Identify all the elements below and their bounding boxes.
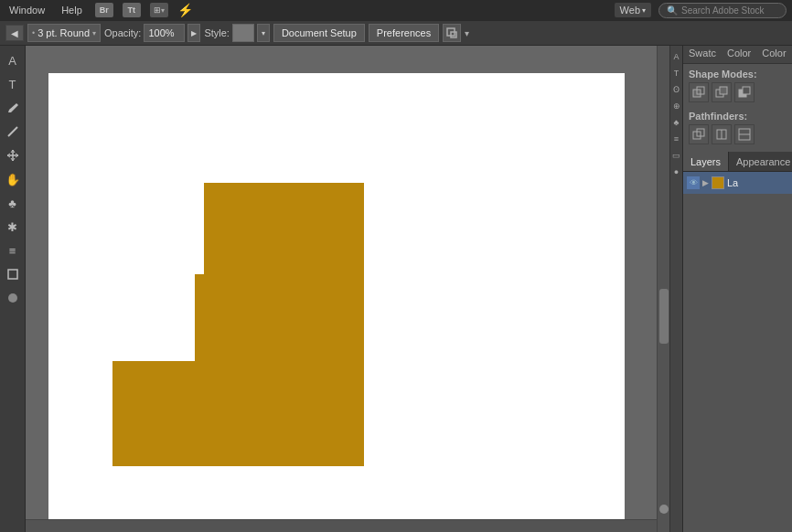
appearance-tab[interactable]: Appearance bbox=[729, 152, 792, 171]
layers-tabs: Layers Appearance bbox=[683, 152, 792, 172]
tool-pencil[interactable] bbox=[2, 97, 24, 119]
layers-tab[interactable]: Layers bbox=[683, 152, 729, 171]
tool-brush[interactable] bbox=[2, 121, 24, 143]
layer-row[interactable]: 👁 ▶ La bbox=[683, 172, 792, 194]
search-placeholder: Search Adobe Stock bbox=[681, 5, 765, 16]
tool-move[interactable] bbox=[2, 144, 24, 166]
canvas-wrapper bbox=[26, 46, 657, 532]
left-tools-panel: A T ✋ ♣ ✱ ≡ bbox=[0, 46, 26, 532]
shape-modes-row bbox=[683, 82, 792, 106]
rt-btn-3[interactable]: ʘ bbox=[671, 84, 682, 95]
opacity-value[interactable]: 100% bbox=[144, 24, 185, 42]
tool-align[interactable]: ≡ bbox=[2, 239, 24, 261]
rt-btn-5[interactable]: ♣ bbox=[671, 117, 682, 128]
tool-rect[interactable] bbox=[2, 263, 24, 285]
pathfinder-btn-1[interactable] bbox=[689, 124, 709, 144]
opacity-group: Opacity: 100% ▶ bbox=[104, 24, 200, 42]
tool-prev-btn[interactable]: ◀ bbox=[5, 25, 24, 41]
search-icon: 🔍 bbox=[667, 5, 678, 16]
sub-tab-swatches[interactable]: Swatc bbox=[683, 46, 722, 63]
staircase-shape bbox=[112, 183, 369, 466]
tool-type[interactable]: T bbox=[2, 73, 24, 95]
right-tools-bar: A T ʘ ⊕ ♣ ≡ ▭ ● bbox=[669, 46, 682, 532]
canvas-document[interactable] bbox=[48, 73, 625, 519]
search-box[interactable]: 🔍 Search Adobe Stock bbox=[658, 3, 787, 18]
layer-color-swatch bbox=[712, 176, 724, 189]
menu-bar: Window Help Br Tt ⊞ ▾ ⚡ Web ▾ 🔍 Search A… bbox=[0, 0, 792, 20]
svg-rect-6 bbox=[112, 361, 364, 466]
bridge-icon[interactable]: Br bbox=[95, 3, 113, 17]
style-arrow[interactable]: ▾ bbox=[257, 24, 270, 42]
pathfinder-btn-3[interactable] bbox=[734, 124, 755, 144]
svg-rect-1 bbox=[451, 32, 456, 37]
right-panel-inner: Swatc Color Color Shape Modes: bbox=[683, 46, 792, 532]
svg-rect-10 bbox=[720, 87, 727, 94]
layer-visibility-icon[interactable]: 👁 bbox=[687, 176, 700, 189]
opacity-label: Opacity: bbox=[104, 27, 141, 38]
shape-btn-2[interactable] bbox=[712, 82, 732, 102]
menu-window[interactable]: Window bbox=[5, 3, 48, 17]
stroke-selector[interactable]: • 3 pt. Round ▾ bbox=[27, 24, 101, 42]
svg-rect-12 bbox=[743, 87, 750, 94]
pathfinders-label: Pathfinders: bbox=[683, 106, 792, 124]
extras-icon[interactable]: ⚡ bbox=[177, 3, 193, 17]
menu-bar-right: Web ▾ 🔍 Search Adobe Stock bbox=[615, 3, 787, 18]
preferences-button[interactable]: Preferences bbox=[369, 24, 439, 42]
transform-icon-btn[interactable] bbox=[443, 24, 461, 42]
vertical-scrollbar[interactable] bbox=[657, 46, 669, 532]
pathfinder-btn-2[interactable] bbox=[712, 124, 732, 144]
canvas-container[interactable] bbox=[26, 46, 657, 519]
rt-btn-6[interactable]: ≡ bbox=[671, 133, 682, 144]
transform-extra-arrow[interactable]: ▾ bbox=[465, 28, 469, 38]
tool-shape[interactable]: ♣ bbox=[2, 192, 24, 214]
menu-help[interactable]: Help bbox=[58, 3, 86, 17]
canvas-header-gray bbox=[26, 46, 657, 69]
opacity-arrow[interactable]: ▶ bbox=[187, 24, 200, 42]
tool-star[interactable]: ✱ bbox=[2, 216, 24, 238]
shape-modes-label: Shape Modes: bbox=[683, 64, 792, 82]
shape-btn-3[interactable] bbox=[734, 82, 755, 102]
style-group: Style: ▾ bbox=[204, 24, 270, 42]
sub-tabs: Swatc Color Color bbox=[683, 46, 792, 64]
shape-btn-1[interactable] bbox=[689, 82, 709, 102]
main-area: A T ✋ ♣ ✱ ≡ bbox=[0, 46, 792, 532]
rt-btn-2[interactable]: T bbox=[671, 68, 682, 79]
layout-icon[interactable]: ⊞ ▾ bbox=[150, 3, 168, 17]
rt-btn-7[interactable]: ▭ bbox=[671, 150, 682, 161]
scrollbar-thumb[interactable] bbox=[659, 289, 669, 344]
scroll-button[interactable] bbox=[659, 505, 669, 514]
doc-setup-button[interactable]: Document Setup bbox=[273, 24, 365, 42]
tool-hand[interactable]: ✋ bbox=[2, 168, 24, 190]
layer-name: La bbox=[727, 177, 788, 188]
svg-rect-2 bbox=[8, 270, 17, 279]
svg-point-3 bbox=[8, 293, 17, 303]
sub-tab-color1[interactable]: Color bbox=[722, 46, 756, 63]
layer-expand-arrow[interactable]: ▶ bbox=[702, 178, 709, 187]
pathfinders-row bbox=[683, 124, 792, 148]
tool-select[interactable]: A bbox=[2, 49, 24, 71]
toolbar: ◀ • 3 pt. Round ▾ Opacity: 100% ▶ Style:… bbox=[0, 20, 792, 46]
rt-btn-8[interactable]: ● bbox=[671, 166, 682, 177]
web-dropdown[interactable]: Web ▾ bbox=[615, 3, 651, 17]
horizontal-scrollbar[interactable] bbox=[26, 519, 657, 532]
right-panel: Swatc Color Color Shape Modes: bbox=[682, 46, 792, 532]
sub-tab-color2[interactable]: Color bbox=[756, 46, 791, 63]
rt-btn-1[interactable]: A bbox=[671, 51, 682, 62]
rt-btn-4[interactable]: ⊕ bbox=[671, 101, 682, 112]
tool-circle[interactable] bbox=[2, 287, 24, 309]
typekit-icon[interactable]: Tt bbox=[123, 3, 141, 17]
style-box[interactable] bbox=[232, 24, 254, 42]
style-label: Style: bbox=[204, 27, 230, 38]
